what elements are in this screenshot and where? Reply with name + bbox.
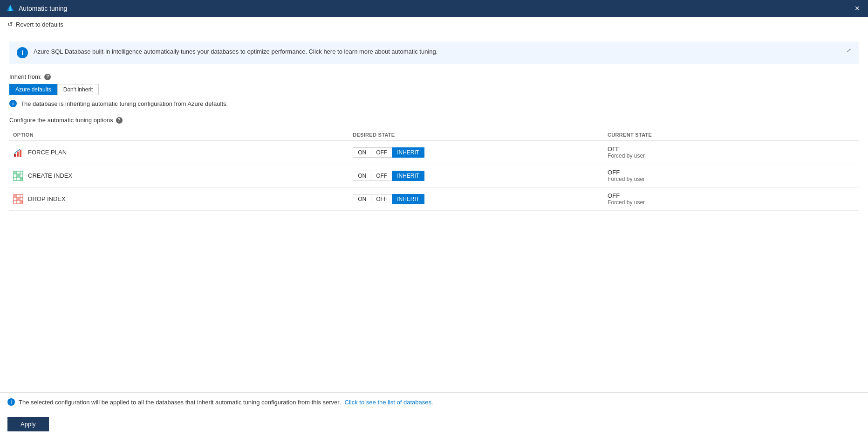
inherit-info-icon: i [9,100,17,107]
svg-rect-20 [17,198,20,200]
azure-icon [6,4,15,13]
create-index-name: CREATE INDEX [28,172,72,179]
svg-rect-12 [17,174,20,177]
col-option: OPTION [9,129,349,141]
svg-rect-21 [21,201,23,203]
inherit-help-icon[interactable]: ? [44,74,51,80]
info-banner: i Azure SQL Database built-in intelligen… [9,42,859,64]
azure-defaults-button[interactable]: Azure defaults [9,84,57,95]
svg-rect-19 [14,195,16,197]
col-current: CURRENT STATE [604,129,859,141]
revert-button[interactable]: Revert to defaults [16,21,63,28]
force-plan-name: FORCE PLAN [28,149,67,156]
force-plan-current-value: OFF [608,146,855,153]
force-plan-current-sub: Forced by user [608,153,855,159]
create-index-current-value: OFF [608,169,855,176]
current-state-force-plan: OFF Forced by user [604,141,859,164]
titlebar-left: Automatic tuning [6,4,67,13]
dont-inherit-button[interactable]: Don't inherit [57,84,99,95]
titlebar: Automatic tuning × [0,0,868,17]
info-banner-icon: i [17,47,28,58]
svg-rect-4 [20,150,21,157]
inherit-section: Inherit from: ? Azure defaults Don't inh… [9,73,859,107]
options-table: OPTION DESIRED STATE CURRENT STATE [9,129,859,211]
apply-button[interactable]: Apply [7,417,49,431]
svg-rect-3 [17,152,19,157]
table-header-row: OPTION DESIRED STATE CURRENT STATE [9,129,859,141]
svg-rect-2 [14,154,16,157]
titlebar-title: Automatic tuning [19,5,67,12]
inherit-label: Inherit from: ? [9,73,859,80]
state-buttons-force-plan: ON OFF INHERIT [353,147,600,158]
create-index-inherit-button[interactable]: INHERIT [392,171,424,181]
table-row: FORCE PLAN ON OFF INHERIT OFF [9,141,859,164]
configure-section: Configure the automatic tuning options ?… [9,117,859,211]
external-link-icon[interactable]: ⤢ [847,47,851,54]
table-row: DROP INDEX ON OFF INHERIT OFF [9,187,859,211]
state-buttons-drop-index: ON OFF INHERIT [353,194,600,204]
configure-title: Configure the automatic tuning options [9,117,113,124]
option-cell-force-plan: FORCE PLAN [9,141,349,164]
state-buttons-create-index: ON OFF INHERIT [353,171,600,181]
svg-rect-11 [14,172,16,173]
footer-actions: Apply [0,411,868,437]
desired-state-drop-index: ON OFF INHERIT [349,187,604,211]
force-plan-on-button[interactable]: ON [353,147,371,158]
footer-info-icon: i [7,398,15,406]
current-state-create-index: OFF Forced by user [604,164,859,187]
main-content: i Azure SQL Database built-in intelligen… [0,32,868,392]
current-state-drop-index: OFF Forced by user [604,187,859,211]
create-index-off-button[interactable]: OFF [371,171,392,181]
create-index-on-button[interactable]: ON [353,171,371,181]
force-plan-off-button[interactable]: OFF [371,147,392,158]
drop-index-off-button[interactable]: OFF [371,194,392,204]
toolbar: ↺ Revert to defaults [0,17,868,32]
footer-link[interactable]: Click to see the list of databases. [345,399,433,406]
inherit-info-text: The database is inheriting automatic tun… [21,100,228,107]
info-banner-text: Azure SQL Database built-in intelligence… [34,47,851,56]
inherit-info: i The database is inheriting automatic t… [9,100,859,107]
create-index-current-sub: Forced by user [608,176,855,182]
drop-index-on-button[interactable]: ON [353,194,371,204]
create-index-icon [13,171,23,181]
force-plan-inherit-button[interactable]: INHERIT [392,147,424,158]
drop-index-current-sub: Forced by user [608,199,855,206]
option-cell-drop-index: DROP INDEX [9,187,349,211]
drop-index-current-value: OFF [608,192,855,199]
drop-index-icon [13,194,23,204]
revert-icon: ↺ [7,21,13,28]
force-plan-icon [13,147,23,158]
desired-state-force-plan: ON OFF INHERIT [349,141,604,164]
option-cell-create-index: CREATE INDEX [9,164,349,187]
col-desired: DESIRED STATE [349,129,604,141]
desired-state-create-index: ON OFF INHERIT [349,164,604,187]
drop-index-inherit-button[interactable]: INHERIT [392,194,424,204]
svg-rect-13 [21,178,23,180]
footer-info: i The selected configuration will be app… [0,392,868,411]
footer-text: The selected configuration will be appli… [19,399,341,406]
table-row: CREATE INDEX ON OFF INHERIT OFF [9,164,859,187]
configure-header: Configure the automatic tuning options ? [9,117,859,124]
drop-index-name: DROP INDEX [28,195,66,202]
inherit-buttons: Azure defaults Don't inherit [9,84,859,95]
configure-help-icon[interactable]: ? [116,117,123,124]
close-button[interactable]: × [852,2,862,14]
